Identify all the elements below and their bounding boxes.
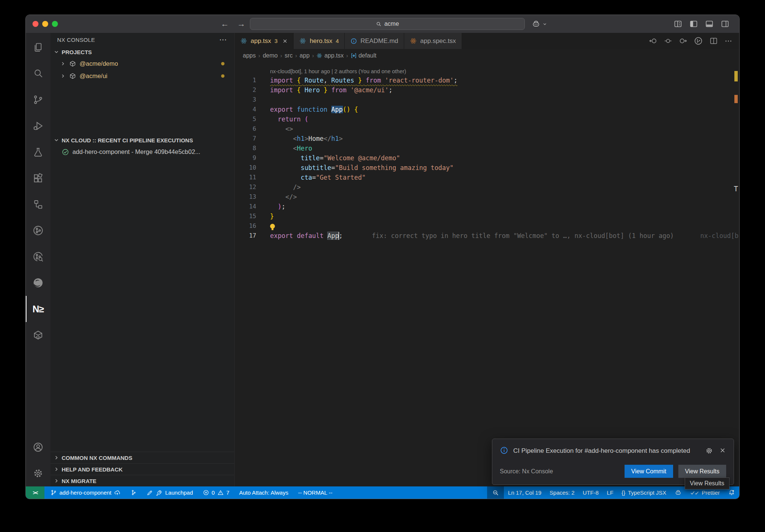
command-center-search[interactable]: acme (250, 18, 525, 30)
sidebar-item-source-control[interactable] (26, 87, 50, 113)
notification-message: CI Pipeline Execution for #add-hero-comp… (513, 446, 700, 456)
indentation-status-item[interactable]: Spaces: 2 (545, 486, 579, 499)
settings-button[interactable] (26, 460, 50, 486)
close-tab-icon[interactable] (282, 38, 288, 44)
chevron-right-icon (53, 478, 59, 484)
auto-attach-status-item[interactable]: Auto Attach: Always (239, 489, 288, 496)
launchpad-status-item[interactable]: Launchpad (146, 489, 193, 496)
zoom-window-button[interactable] (52, 21, 58, 27)
more-actions-icon[interactable] (724, 37, 733, 45)
code-line-1[interactable]: 1import { Route, Routes } from 'react-ro… (235, 75, 739, 85)
sidebar-item-run-debug[interactable] (26, 113, 50, 139)
code-line-11[interactable]: 11 cta="Get Started" (235, 173, 739, 182)
breadcrumb-item[interactable]: src (285, 52, 292, 59)
codelens-blame[interactable]: nx-cloud[bot], 1 hour ago | 2 authors (Y… (270, 66, 739, 75)
account-button[interactable] (26, 434, 50, 460)
breadcrumb-item-file[interactable]: app.tsx (316, 52, 344, 59)
sidebar-title: NX CONSOLE (57, 37, 95, 43)
view-commit-button[interactable]: View Commit (625, 465, 673, 478)
tab-readme-md[interactable]: README.md (345, 33, 404, 49)
encoding-status-item[interactable]: UTF-8 (579, 486, 603, 499)
eol-status-item[interactable]: LF (603, 486, 618, 499)
split-editor-icon[interactable] (709, 37, 718, 45)
code-line-5[interactable]: 5 return ( (235, 114, 739, 124)
commit-node-icon[interactable] (664, 37, 672, 45)
tab-hero-tsx[interactable]: hero.tsx 4 (294, 33, 345, 49)
copilot-icon[interactable] (532, 19, 541, 28)
nx-cloud-section-header[interactable]: NX CLOUD :: RECENT CI PIPELINE EXECUTION… (50, 134, 234, 146)
sidebar-item-testing[interactable] (26, 139, 50, 165)
branch-status-item[interactable]: add-hero-component (50, 489, 121, 496)
sidebar-item-gitlens[interactable] (26, 217, 50, 244)
sidebar-item-search[interactable] (26, 61, 50, 87)
breadcrumb-item[interactable]: demo (263, 52, 278, 59)
breadcrumb-item[interactable]: apps (243, 52, 256, 59)
breadcrumb-item[interactable]: app (300, 52, 310, 59)
code-line-13[interactable]: 13 </> (235, 192, 739, 202)
zoom-status-item[interactable] (487, 486, 504, 499)
commit-graph-status-item[interactable] (130, 489, 137, 496)
code-line-8[interactable]: 8 <Hero (235, 143, 739, 153)
code-editor[interactable]: nx-cloud[bot], 1 hour ago | 2 authors (Y… (235, 62, 739, 486)
lightbulb-icon[interactable] (270, 224, 275, 229)
sidebar-item-gitlens-inspect[interactable] (26, 244, 50, 270)
section-nx-migrate[interactable]: NX MIGRATE (50, 475, 234, 486)
tab-label: app.spec.tsx (420, 37, 456, 45)
copilot-status-item[interactable] (670, 486, 686, 499)
pipeline-execution-item[interactable]: add-hero-component - Merge 409b44e5cb02.… (50, 146, 234, 158)
line-number: 6 (235, 124, 256, 134)
project-label: @acme/demo (80, 60, 118, 67)
tab-app-tsx[interactable]: app.tsx 3 (235, 33, 294, 49)
code-line-3[interactable]: 3 (235, 95, 739, 105)
sidebar-more-actions-icon[interactable]: ⋯ (219, 35, 227, 44)
sidebar-item-explorer[interactable] (26, 34, 50, 61)
close-icon[interactable] (719, 447, 726, 454)
sidebar-item-edge-tools[interactable] (26, 270, 50, 296)
view-results-button[interactable]: View Results (678, 465, 726, 478)
code-line-14[interactable]: 14 ); (235, 202, 739, 211)
project-label: @acme/ui (80, 72, 108, 80)
line-number: 12 (235, 182, 256, 192)
remote-indicator[interactable]: >< (26, 486, 44, 499)
project-item-acme-ui[interactable]: @acme/ui (50, 70, 234, 82)
problems-status-item[interactable]: 0 7 (203, 489, 230, 496)
code-line-9[interactable]: 9 title="Welcome @acme/demo" (235, 153, 739, 163)
close-window-button[interactable] (32, 21, 38, 27)
vim-mode-status-item[interactable]: -- NORMAL -- (298, 489, 332, 496)
history-back-button[interactable]: ← (221, 19, 229, 29)
chevron-down-icon[interactable] (542, 22, 547, 27)
history-back-icon[interactable] (649, 37, 657, 45)
history-forward-button[interactable]: → (237, 19, 245, 29)
sidebar-item-extensions[interactable] (26, 165, 50, 191)
code-line-7[interactable]: 7 <h1>Home</h1> (235, 134, 739, 143)
react-icon (240, 37, 247, 44)
source-control-graph-icon[interactable] (694, 36, 703, 46)
sidebar-item-references[interactable] (26, 191, 50, 217)
code-line-10[interactable]: 10 subtitle="Build something amazing tod… (235, 163, 739, 173)
code-line-6[interactable]: 6 <> (235, 124, 739, 134)
project-item-acme-demo[interactable]: @acme/demo (50, 58, 234, 70)
code-line-12[interactable]: 12 /> (235, 182, 739, 192)
section-common-nx-commands[interactable]: COMMON NX COMMANDS (50, 452, 234, 463)
code-line-16[interactable]: 16 (235, 221, 739, 231)
minimize-window-button[interactable] (42, 21, 48, 27)
sidebar-item-nx-console[interactable]: N≥ (26, 296, 50, 322)
tab-app-spec-tsx[interactable]: app.spec.tsx (404, 33, 462, 49)
toggle-panel-icon[interactable] (705, 19, 714, 28)
customize-layout-icon[interactable] (673, 19, 682, 28)
projects-section-header[interactable]: PROJECTS (50, 46, 234, 58)
notification-settings-gear-icon[interactable] (705, 447, 713, 455)
section-help-and-feedback[interactable]: HELP AND FEEDBACK (50, 463, 234, 475)
code-line-2[interactable]: 2import { Hero } from '@acme/ui'; (235, 85, 739, 95)
window-controls (32, 21, 58, 27)
toggle-primary-sidebar-icon[interactable] (689, 19, 698, 28)
code-line-17[interactable]: 17export default App;fix: correct typo i… (235, 231, 739, 241)
history-forward-icon[interactable] (679, 37, 687, 45)
code-line-4[interactable]: 4export function App() { (235, 105, 739, 114)
sidebar-item-containers[interactable] (26, 322, 50, 348)
code-line-15[interactable]: 15} (235, 211, 739, 221)
language-status-item[interactable]: {} TypeScript JSX (617, 486, 670, 499)
toggle-secondary-sidebar-icon[interactable] (721, 19, 730, 28)
breadcrumb-item-symbol[interactable]: default (351, 52, 377, 59)
cursor-position-status-item[interactable]: Ln 17, Col 19 (504, 486, 545, 499)
